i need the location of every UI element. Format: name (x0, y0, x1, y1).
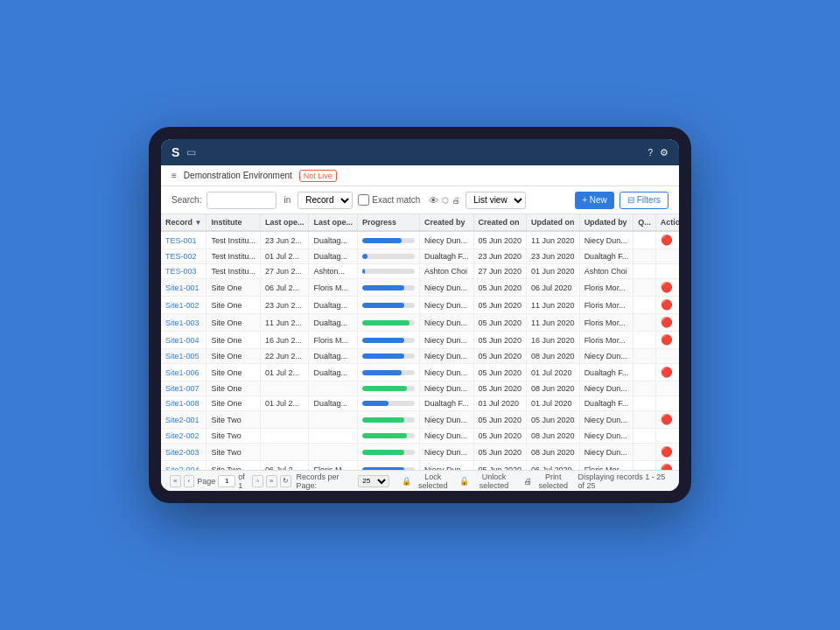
lock-selected-button[interactable]: 🔒 Lock selected (402, 472, 452, 490)
action-icon[interactable]: 🔴 (661, 234, 673, 245)
record-type-select[interactable]: Record (298, 192, 353, 209)
cell-updated-on: 08 Jun 2020 (527, 444, 580, 461)
action-icon[interactable]: 🔴 (661, 317, 673, 327)
table-row[interactable]: Site1-004 Site One 16 Jun 2... Floris M.… (161, 332, 679, 349)
table-row[interactable]: Site2-003 Site Two Niecy Dun... 05 Jun 2… (161, 444, 679, 461)
table-row[interactable]: Site1-003 Site One 11 Jun 2... Dualtag..… (161, 314, 679, 332)
new-button[interactable]: + New (575, 192, 614, 209)
share-icon[interactable]: ⬡ (442, 196, 449, 205)
cell-actions: 🔴 (655, 364, 679, 382)
print-icon[interactable]: 🖨 (452, 196, 460, 205)
action-icon[interactable]: 🔴 (661, 299, 673, 310)
action-icon[interactable]: 🔴 (661, 446, 673, 457)
table-row[interactable]: TES-002 Test Institu... 01 Jul 2... Dual… (161, 249, 679, 264)
cell-updated-by: Dualtagh F... (579, 396, 634, 411)
cell-record[interactable]: TES-002 (161, 249, 206, 264)
exact-match-checkbox[interactable] (358, 194, 369, 206)
col-record[interactable]: Record ▼ (161, 214, 206, 231)
cell-record[interactable]: Site1-007 (161, 382, 206, 396)
col-updated-on[interactable]: Updated on (527, 214, 580, 231)
unlock-selected-button[interactable]: 🔓 Unlock selected (459, 472, 516, 490)
cell-updated-by: Dualtagh F... (579, 364, 634, 382)
print-label: Print selected (534, 472, 573, 490)
refresh-button[interactable]: ↻ (280, 475, 291, 487)
cell-record[interactable]: Site1-004 (161, 332, 206, 349)
next-page-button[interactable]: › (252, 475, 263, 487)
col-q[interactable]: Q... (634, 214, 656, 231)
table-row[interactable]: Site1-002 Site One 23 Jun 2... Dualtag..… (161, 297, 679, 314)
records-per-page-label: Records per Page: (297, 472, 354, 490)
record-link[interactable]: Site1-008 (165, 399, 200, 408)
table-row[interactable]: TES-001 Test Institu... 23 Jun 2... Dual… (161, 231, 679, 249)
record-link[interactable]: TES-003 (165, 267, 197, 276)
cell-updated-by: Niecy Dun... (579, 231, 634, 249)
filters-button[interactable]: ⊟ Filters (620, 192, 668, 209)
table-row[interactable]: Site1-001 Site One 06 Jul 2... Floris M.… (161, 279, 679, 297)
record-link[interactable]: Site1-005 (165, 352, 200, 360)
view-select[interactable]: List view (466, 192, 526, 209)
record-link[interactable]: TES-002 (165, 252, 197, 261)
search-input[interactable] (206, 192, 276, 209)
action-icon[interactable]: 🔴 (661, 367, 673, 377)
action-icon[interactable]: 🔴 (661, 464, 673, 470)
cell-record[interactable]: TES-003 (161, 264, 206, 279)
col-created-by[interactable]: Created by (420, 214, 474, 231)
cell-actions: 🔴 (655, 461, 679, 471)
col-created-on[interactable]: Created on (473, 214, 527, 231)
help-icon[interactable]: ? (648, 148, 653, 158)
records-per-page-select[interactable]: 25 50 100 (358, 475, 389, 487)
cell-record[interactable]: Site1-005 (161, 349, 206, 364)
record-link[interactable]: Site1-007 (165, 384, 200, 393)
cell-record[interactable]: TES-001 (161, 231, 206, 249)
record-link[interactable]: Site1-003 (165, 318, 200, 327)
hamburger-icon[interactable]: ≡ (172, 171, 177, 180)
action-icon[interactable]: 🔴 (661, 414, 673, 424)
last-page-button[interactable]: » (266, 475, 277, 487)
progress-bar-wrap (362, 238, 415, 243)
prev-page-button[interactable]: ‹ (184, 475, 195, 487)
record-link[interactable]: Site1-002 (165, 301, 200, 310)
record-link[interactable]: TES-001 (165, 236, 197, 245)
settings-icon[interactable]: ⚙ (660, 147, 668, 158)
toolbar-icons: 👁 ⬡ 🖨 (429, 195, 460, 206)
record-link[interactable]: Site2-002 (165, 431, 200, 440)
eye-icon[interactable]: 👁 (429, 195, 438, 206)
record-link[interactable]: Site1-004 (165, 336, 200, 345)
cell-record[interactable]: Site2-002 (161, 429, 206, 444)
record-link[interactable]: Site1-006 (165, 368, 200, 377)
progress-bar-wrap (362, 338, 415, 343)
table-row[interactable]: Site1-005 Site One 22 Jun 2... Dualtag..… (161, 349, 679, 364)
col-last-ope1[interactable]: Last ope... (260, 214, 309, 231)
page-label: Page (197, 477, 215, 486)
action-icon[interactable]: 🔴 (661, 334, 673, 345)
col-last-ope2[interactable]: Last ope... (309, 214, 358, 231)
table-row[interactable]: Site1-007 Site One Niecy Dun... 05 Jun 2… (161, 382, 679, 396)
table-row[interactable]: Site2-002 Site Two Niecy Dun... 05 Jun 2… (161, 429, 679, 444)
table-row[interactable]: Site1-008 Site One 01 Jul 2... Dualtag..… (161, 396, 679, 411)
record-link[interactable]: Site2-001 (165, 416, 200, 424)
first-page-button[interactable]: « (170, 475, 181, 487)
cell-record[interactable]: Site1-001 (161, 279, 206, 297)
table-row[interactable]: Site1-006 Site One 01 Jul 2... Dualtag..… (161, 364, 679, 382)
cell-record[interactable]: Site1-003 (161, 314, 206, 332)
col-institute[interactable]: Institute (206, 214, 261, 231)
cell-record[interactable]: Site1-002 (161, 297, 206, 314)
cell-record[interactable]: Site2-001 (161, 411, 206, 429)
print-selected-button[interactable]: 🖨 Print selected (524, 472, 573, 490)
cell-record[interactable]: Site2-004 (161, 461, 206, 471)
cell-last-ope1: 11 Jun 2... (260, 314, 309, 332)
record-link[interactable]: Site2-003 (165, 448, 200, 457)
displaying-records: Displaying records 1 - 25 of 25 (578, 472, 670, 490)
cell-record[interactable]: Site1-006 (161, 364, 206, 382)
cell-record[interactable]: Site1-008 (161, 396, 206, 411)
table-row[interactable]: Site2-001 Site Two Niecy Dun... 05 Jun 2… (161, 411, 679, 429)
col-progress[interactable]: Progress (358, 214, 420, 231)
col-updated-by[interactable]: Updated by (579, 214, 634, 231)
record-link[interactable]: Site1-001 (165, 284, 200, 292)
table-row[interactable]: TES-003 Test Institu... 27 Jun 2... Asht… (161, 264, 679, 279)
action-icon[interactable]: 🔴 (661, 282, 673, 292)
page-input[interactable] (218, 475, 235, 487)
cell-record[interactable]: Site2-003 (161, 444, 206, 461)
progress-bar (362, 386, 407, 391)
table-row[interactable]: Site2-004 Site Two 06 Jul 2... Floris M.… (161, 461, 679, 471)
